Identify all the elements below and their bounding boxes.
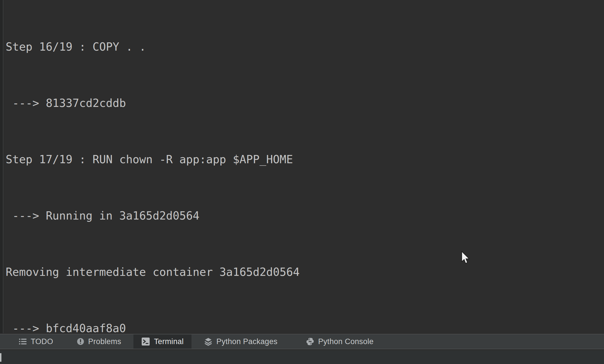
tab-terminal[interactable]: Terminal [133,334,191,349]
layers-icon [204,337,213,346]
terminal-icon [141,337,150,346]
tab-label: Python Console [318,337,374,346]
terminal-line: Step 17/19 : RUN chown -R app:app $APP_H… [6,150,604,169]
tab-problems[interactable]: Problems [69,334,129,349]
terminal-panel[interactable]: Step 16/19 : COPY . . ---> 81337cd2cddb … [0,0,604,333]
terminal-line: ---> Running in 3a165d2d0564 [6,206,604,225]
status-bar [0,350,604,364]
tab-python-console[interactable]: Python Console [298,334,381,349]
tab-todo[interactable]: TODO [11,334,61,349]
status-corner-mark [0,353,1,362]
tool-window-bar: TODO Problems Terminal Python Packages [0,334,604,349]
tab-python-packages[interactable]: Python Packages [196,334,285,349]
problems-icon [77,338,84,346]
tab-label: Python Packages [217,337,278,346]
python-icon [306,337,314,346]
tab-label: Problems [88,337,121,346]
tab-label: Terminal [154,337,184,346]
mouse-cursor-icon [461,251,471,265]
terminal-output: Step 16/19 : COPY . . ---> 81337cd2cddb … [6,0,604,364]
tab-label: TODO [31,337,53,346]
terminal-line: Removing intermediate container 3a165d2d… [6,263,604,282]
terminal-line: ---> 81337cd2cddb [6,94,604,113]
todo-list-icon [18,337,27,346]
terminal-line: Step 16/19 : COPY . . [6,38,604,56]
terminal-left-gutter [0,0,3,333]
